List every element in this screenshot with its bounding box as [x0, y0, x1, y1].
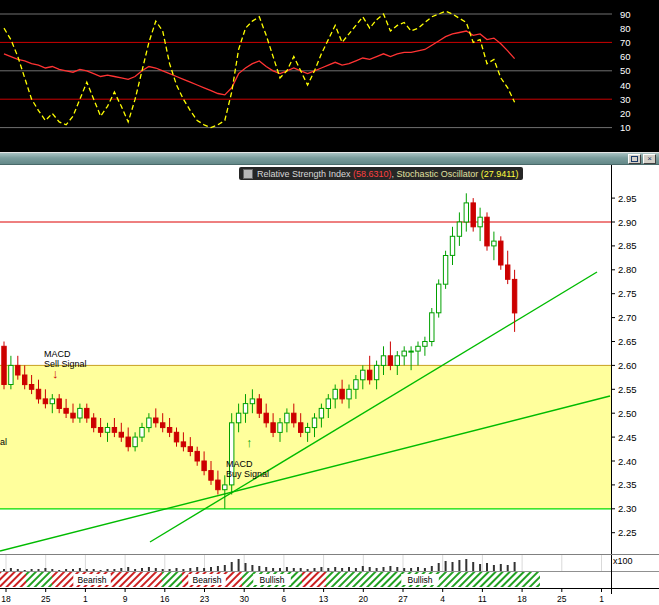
legend-text-part: (58.6310) [353, 169, 392, 179]
candle-body[interactable] [492, 241, 496, 246]
candle-body[interactable] [333, 389, 337, 399]
candle-body[interactable] [305, 428, 309, 433]
price-tick-label: 2.55 [618, 384, 637, 395]
candle-body[interactable] [257, 399, 261, 413]
candle-body[interactable] [430, 313, 434, 342]
volume-chart [0, 555, 659, 571]
candle-body[interactable] [450, 236, 454, 255]
candle-body[interactable] [361, 370, 365, 380]
candle-body[interactable] [368, 370, 372, 380]
indicator-legend[interactable]: Relative Strength Index (58.6310), Stoch… [239, 167, 523, 180]
candle-body[interactable] [167, 428, 171, 433]
candle-body[interactable] [50, 399, 54, 404]
candle-body[interactable] [195, 451, 199, 461]
candle-body[interactable] [98, 428, 102, 433]
candle-body[interactable] [43, 399, 47, 404]
candle-body[interactable] [133, 437, 137, 447]
candle-body[interactable] [485, 217, 489, 246]
candle-body[interactable] [2, 346, 6, 384]
candle-body[interactable] [464, 203, 468, 222]
candle-body[interactable] [92, 418, 96, 428]
oscillator-tick-label: 80 [620, 23, 631, 34]
candle-body[interactable] [188, 447, 192, 452]
candle-body[interactable] [395, 356, 399, 366]
candle-body[interactable] [388, 356, 392, 366]
candle-body[interactable] [292, 413, 296, 423]
oscillator-tick-label: 40 [620, 80, 631, 91]
candle-body[interactable] [285, 413, 289, 423]
ribbon-segment-bearish [0, 572, 26, 587]
candle-body[interactable] [374, 365, 378, 379]
candle-body[interactable] [119, 432, 123, 437]
candle-body[interactable] [216, 480, 220, 490]
candle-body[interactable] [161, 423, 165, 428]
candle-body[interactable] [416, 346, 420, 351]
pane-close-button[interactable]: × [643, 154, 656, 164]
candle-body[interactable] [147, 418, 151, 428]
candle-body[interactable] [340, 389, 344, 399]
candle-body[interactable] [506, 265, 510, 279]
candle-body[interactable] [181, 442, 185, 447]
candle-body[interactable] [78, 408, 82, 418]
volume-panel[interactable]: x100 [0, 555, 659, 571]
candle-body[interactable] [402, 351, 406, 356]
candle-body[interactable] [29, 385, 33, 390]
candle-body[interactable] [23, 375, 27, 385]
candle-body[interactable] [105, 428, 109, 433]
legend-text: Relative Strength Index (58.6310), Stoch… [257, 169, 519, 179]
candle-body[interactable] [112, 428, 116, 433]
candle-body[interactable] [264, 413, 268, 423]
candle-body[interactable] [202, 461, 206, 471]
pane-splitter-titlebar[interactable]: × [0, 152, 659, 165]
candle-body[interactable] [409, 351, 413, 352]
candle-body[interactable] [71, 413, 75, 418]
candle-body[interactable] [230, 423, 234, 485]
candle-body[interactable] [423, 342, 427, 347]
expert-advisor-ribbon[interactable]: BearishBearishBullishBullish [0, 571, 659, 588]
candle-body[interactable] [319, 408, 323, 418]
candle-body[interactable] [209, 471, 213, 481]
legend-text-part: (27.9411) [481, 169, 519, 179]
candle-body[interactable] [9, 365, 13, 384]
candle-body[interactable] [312, 418, 316, 428]
date-tick-label: 23 [200, 594, 210, 604]
candle-body[interactable] [354, 380, 358, 390]
candle-body[interactable] [57, 399, 61, 409]
price-tick-label: 2.90 [618, 217, 637, 228]
candle-body[interactable] [512, 279, 516, 313]
candle-body[interactable] [250, 399, 254, 404]
pane-maximize-button[interactable] [628, 154, 641, 164]
volume-scale-label: x100 [613, 556, 633, 566]
candle-body[interactable] [64, 408, 68, 413]
candle-body[interactable] [174, 432, 178, 442]
candle-body[interactable] [154, 418, 158, 423]
candle-body[interactable] [140, 428, 144, 438]
candle-body[interactable] [347, 389, 351, 399]
oscillator-tick-label: 70 [620, 37, 631, 48]
candle-body[interactable] [16, 365, 20, 375]
candle-body[interactable] [299, 423, 303, 433]
candle-body[interactable] [243, 404, 247, 414]
oscillator-tick-label: 60 [620, 51, 631, 62]
candle-body[interactable] [443, 256, 447, 285]
candle-body[interactable] [236, 413, 240, 423]
candle-body[interactable] [223, 485, 227, 490]
oscillator-panel[interactable]: 908070605040302010 [0, 0, 659, 152]
candle-body[interactable] [499, 241, 503, 265]
candle-body[interactable] [437, 284, 441, 313]
date-tick-label: 9 [123, 594, 128, 604]
price-tick-label: 2.70 [618, 312, 637, 323]
price-chart-panel[interactable]: 2.952.902.852.802.752.702.652.602.552.50… [0, 165, 659, 555]
candle-body[interactable] [471, 203, 475, 227]
candle-body[interactable] [126, 437, 130, 447]
candle-body[interactable] [278, 423, 282, 433]
candle-body[interactable] [381, 356, 385, 366]
candle-body[interactable] [85, 408, 89, 418]
candle-body[interactable] [478, 217, 482, 227]
candle-body[interactable] [271, 423, 275, 433]
candle-body[interactable] [326, 399, 330, 409]
volume-bar [238, 559, 240, 571]
candle-body[interactable] [457, 222, 461, 236]
candle-body[interactable] [36, 389, 40, 399]
price-tick-label: 2.85 [618, 240, 637, 251]
